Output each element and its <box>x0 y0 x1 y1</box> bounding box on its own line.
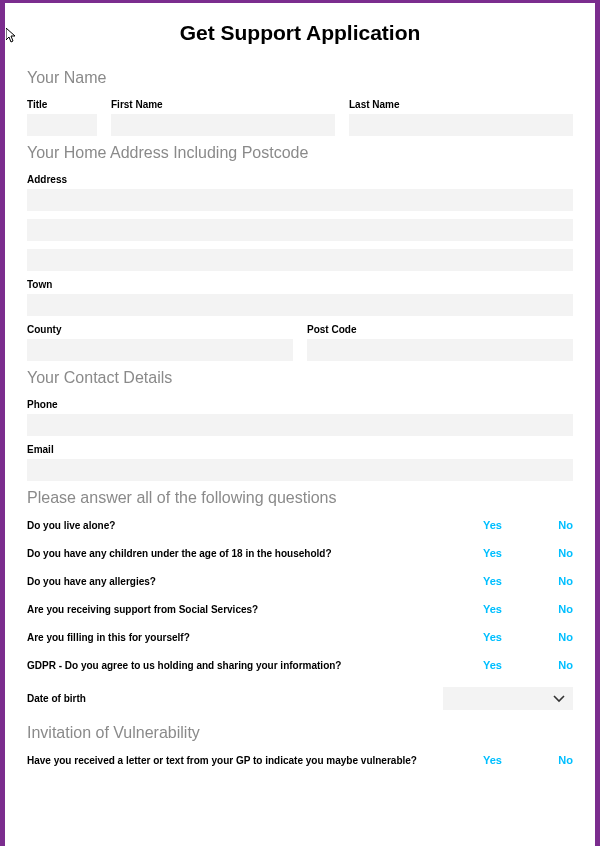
q4-label: Are you receiving support from Social Se… <box>27 604 483 615</box>
county-input[interactable] <box>27 339 293 361</box>
form-page: Get Support Application Your Name Title … <box>5 3 595 846</box>
q3-no-button[interactable]: No <box>558 575 573 587</box>
vq1-yes-button[interactable]: Yes <box>483 754 502 766</box>
question-gdpr: GDPR - Do you agree to us holding and sh… <box>27 659 573 671</box>
q4-yes-button[interactable]: Yes <box>483 603 502 615</box>
first-name-input[interactable] <box>111 114 335 136</box>
question-gp-letter: Have you received a letter or text from … <box>27 754 573 766</box>
section-contact-heading: Your Contact Details <box>27 369 573 387</box>
dob-select[interactable] <box>443 687 573 710</box>
address-line3-input[interactable] <box>27 249 573 271</box>
q6-no-button[interactable]: No <box>558 659 573 671</box>
postcode-input[interactable] <box>307 339 573 361</box>
section-address-heading: Your Home Address Including Postcode <box>27 144 573 162</box>
q1-no-button[interactable]: No <box>558 519 573 531</box>
page-title: Get Support Application <box>27 21 573 45</box>
email-label: Email <box>27 444 573 455</box>
address-label: Address <box>27 174 573 185</box>
q2-no-button[interactable]: No <box>558 547 573 559</box>
question-for-yourself: Are you filling in this for yourself? Ye… <box>27 631 573 643</box>
question-children: Do you have any children under the age o… <box>27 547 573 559</box>
vq1-no-button[interactable]: No <box>558 754 573 766</box>
question-live-alone: Do you live alone? Yes No <box>27 519 573 531</box>
q2-label: Do you have any children under the age o… <box>27 548 483 559</box>
q1-label: Do you live alone? <box>27 520 483 531</box>
section-name-heading: Your Name <box>27 69 573 87</box>
vq1-label: Have you received a letter or text from … <box>27 755 483 766</box>
question-allergies: Do you have any allergies? Yes No <box>27 575 573 587</box>
last-name-input[interactable] <box>349 114 573 136</box>
q1-yes-button[interactable]: Yes <box>483 519 502 531</box>
last-name-label: Last Name <box>349 99 573 110</box>
section-questions-heading: Please answer all of the following quest… <box>27 489 573 507</box>
q5-no-button[interactable]: No <box>558 631 573 643</box>
q3-yes-button[interactable]: Yes <box>483 575 502 587</box>
phone-label: Phone <box>27 399 573 410</box>
q3-label: Do you have any allergies? <box>27 576 483 587</box>
address-line1-input[interactable] <box>27 189 573 211</box>
q5-label: Are you filling in this for yourself? <box>27 632 483 643</box>
chevron-down-icon <box>553 695 565 703</box>
address-line2-input[interactable] <box>27 219 573 241</box>
q4-no-button[interactable]: No <box>558 603 573 615</box>
title-input[interactable] <box>27 114 97 136</box>
question-social-services: Are you receiving support from Social Se… <box>27 603 573 615</box>
section-vulnerability-heading: Invitation of Vulnerability <box>27 724 573 742</box>
dob-row: Date of birth <box>27 687 573 710</box>
q5-yes-button[interactable]: Yes <box>483 631 502 643</box>
town-input[interactable] <box>27 294 573 316</box>
town-label: Town <box>27 279 573 290</box>
q2-yes-button[interactable]: Yes <box>483 547 502 559</box>
first-name-label: First Name <box>111 99 335 110</box>
title-label: Title <box>27 99 97 110</box>
phone-input[interactable] <box>27 414 573 436</box>
q6-label: GDPR - Do you agree to us holding and sh… <box>27 660 483 671</box>
name-row: Title First Name Last Name <box>27 99 573 136</box>
email-input[interactable] <box>27 459 573 481</box>
q6-yes-button[interactable]: Yes <box>483 659 502 671</box>
postcode-label: Post Code <box>307 324 573 335</box>
dob-label: Date of birth <box>27 693 443 704</box>
county-label: County <box>27 324 293 335</box>
